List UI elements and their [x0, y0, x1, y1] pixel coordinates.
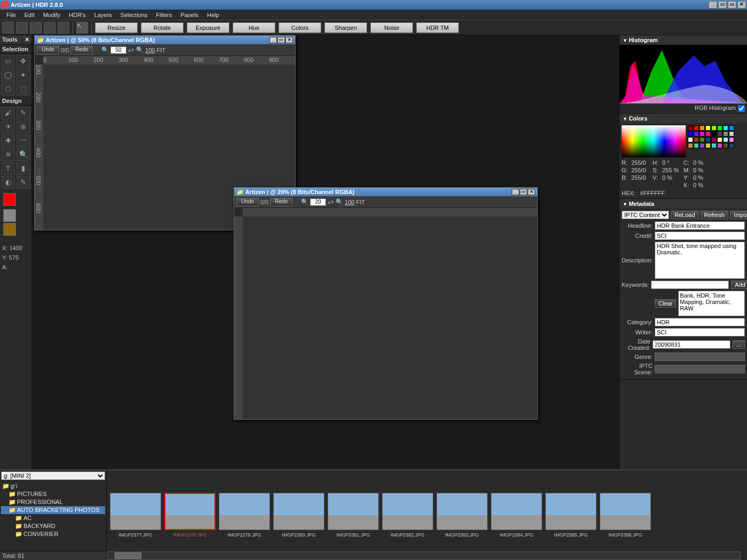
pointer-icon[interactable]: ↖ [76, 22, 88, 34]
doc1-undo[interactable]: Undo [37, 46, 59, 54]
folder-g--[interactable]: 📁g:\ [1, 482, 105, 490]
heal-tool[interactable]: ✚ [1, 134, 15, 147]
thumbnail[interactable]: IMGP2380.JPG [273, 493, 324, 538]
zoom-in-icon[interactable]: 🔍 [336, 198, 343, 205]
doc1-close[interactable]: ✕ [285, 37, 293, 43]
color-picker[interactable] [622, 125, 686, 157]
blur-tool[interactable]: ≋ [1, 148, 15, 161]
text-tool[interactable]: T [1, 162, 15, 175]
folder-backyard[interactable]: 📁BACKYARD [1, 522, 105, 530]
folder-professional[interactable]: 📁PROFESSIONAL [1, 498, 105, 506]
histogram-toggle[interactable] [738, 105, 745, 112]
doc2-zoom[interactable] [310, 198, 326, 206]
exposure-button[interactable]: Exposure [187, 22, 229, 33]
print-icon[interactable] [58, 22, 69, 34]
date-input[interactable] [653, 340, 730, 349]
menu-layers[interactable]: Layers [90, 11, 116, 19]
category-input[interactable] [655, 318, 745, 326]
metadata-type-select[interactable]: IPTC Content [622, 211, 669, 219]
thumbnail[interactable]: IMGP2385.JPG [545, 493, 597, 538]
lasso-tool[interactable]: ◯ [1, 69, 15, 82]
menu-selections[interactable]: Selections [116, 11, 152, 19]
doc2-zoom100[interactable]: 100 [345, 199, 354, 205]
new-icon[interactable] [2, 22, 14, 34]
wand-tool[interactable]: ✦ [17, 69, 30, 82]
keywords-input[interactable] [651, 281, 729, 289]
date-picker-button[interactable]: ... [733, 340, 745, 349]
scene-input[interactable] [655, 365, 745, 373]
restore-button-2[interactable]: ▭ [728, 1, 736, 9]
polygon-tool[interactable]: ⬠ [1, 83, 15, 95]
palette[interactable] [688, 125, 734, 157]
folder-pictures[interactable]: 📁PICTURES [1, 490, 105, 498]
doc1-zoom100[interactable]: 100 [145, 47, 155, 53]
thumbnail[interactable]: IMGP2386.JPG [600, 493, 651, 538]
zoom-tool[interactable]: 🔍 [17, 148, 30, 161]
eyedrop-tool[interactable]: ✎ [17, 176, 30, 189]
desc-input[interactable] [655, 242, 745, 279]
folder-ac[interactable]: 📁AC [1, 514, 105, 522]
zoom-stepper-icon[interactable]: ▴▾ [328, 198, 334, 205]
headline-input[interactable] [655, 221, 745, 230]
menu-panels[interactable]: Panels [176, 11, 203, 19]
thumbnail[interactable]: IMGP2377.JPG [110, 493, 161, 538]
zoom-out-icon[interactable]: 🔍 [301, 198, 308, 205]
airbrush-tool[interactable]: ✈ [1, 121, 15, 133]
fill-tool[interactable]: ▮ [17, 162, 30, 175]
colors-button[interactable]: Colors [279, 22, 321, 33]
restore-button[interactable]: ▭ [718, 1, 727, 9]
thumbnail-strip[interactable]: IMGP2377.JPGIMGP2378.JPGIMGP2379.JPGIMGP… [107, 470, 747, 560]
pencil-tool[interactable]: ✎ [17, 107, 30, 119]
doc2-undo[interactable]: Undo [236, 198, 259, 206]
hue-button[interactable]: Hue [233, 22, 275, 33]
doc2-min[interactable]: _ [512, 189, 519, 195]
rotate-button[interactable]: Rotate [141, 22, 184, 33]
zoom-stepper-icon[interactable]: ▴▾ [128, 46, 134, 53]
resize-button[interactable]: Resize [95, 22, 138, 33]
save-icon[interactable] [30, 22, 42, 34]
genre-input[interactable] [655, 353, 745, 361]
reload-button[interactable]: ReLoad [671, 211, 699, 219]
sharpen-button[interactable]: Sharpen [324, 22, 367, 33]
doc2-redo[interactable]: Redo [270, 198, 292, 206]
doc2-image[interactable] [243, 217, 537, 419]
bg-swatch[interactable] [3, 209, 16, 222]
add-keyword-button[interactable]: Add [731, 281, 747, 289]
doc2-close[interactable]: ✕ [528, 189, 535, 195]
folder-tree[interactable]: 📁g:\📁PICTURES📁PROFESSIONAL📁AUTO BRACKETI… [0, 481, 106, 551]
menu-modify[interactable]: Modify [39, 11, 65, 19]
select-tool[interactable]: ▭ [1, 55, 15, 68]
menu-help[interactable]: Help [203, 11, 224, 19]
doc1-redo[interactable]: Redo [70, 46, 93, 54]
colors-header[interactable]: Colors [619, 114, 747, 123]
crop-tool[interactable]: ⬚ [17, 83, 30, 95]
menu-hdr's[interactable]: HDR's [65, 11, 90, 19]
histogram-header[interactable]: Histogram [619, 35, 747, 45]
drive-select[interactable]: g: [MINI 2] [1, 471, 105, 480]
metadata-header[interactable]: Metadata [619, 199, 747, 209]
thumbnail[interactable]: IMGP2378.JPG [164, 493, 216, 538]
thumb-scrollbar[interactable] [107, 551, 741, 560]
thumbnail[interactable]: IMGP2381.JPG [328, 493, 379, 538]
noise-button[interactable]: Noise [370, 22, 413, 33]
zoom-out-icon[interactable]: 🔍 [101, 46, 109, 53]
brush-tool[interactable]: 🖌 [1, 107, 15, 119]
writer-input[interactable] [655, 328, 745, 337]
camera-icon[interactable] [44, 22, 55, 34]
pattern-swatch[interactable] [3, 223, 16, 236]
menu-filters[interactable]: Filters [152, 11, 176, 19]
thumbnail[interactable]: IMGP2382.JPG [382, 493, 433, 538]
folder-auto-bracketing-photos[interactable]: 📁AUTO BRACKETING PHOTOS [1, 506, 105, 514]
doc1-zoom[interactable] [110, 46, 126, 54]
thumbnail[interactable]: IMGP2383.JPG [436, 493, 488, 538]
credit-input[interactable] [655, 231, 745, 240]
gradient-tool[interactable]: ◐ [1, 176, 15, 189]
thumbnail[interactable]: IMGP2384.JPG [491, 493, 542, 538]
thumbnail[interactable]: IMGP2379.JPG [219, 493, 270, 538]
menu-edit[interactable]: Edit [20, 11, 39, 19]
minimize-button[interactable]: _ [709, 1, 717, 9]
document-window-2[interactable]: 📁 Artizen | @ 20% (8 Bits/Channel RGBA) … [234, 187, 538, 420]
close-button[interactable]: ✕ [737, 1, 746, 9]
folder-converier[interactable]: 📁CONVERIER [1, 530, 105, 538]
clone-tool[interactable]: ⊕ [17, 121, 30, 133]
